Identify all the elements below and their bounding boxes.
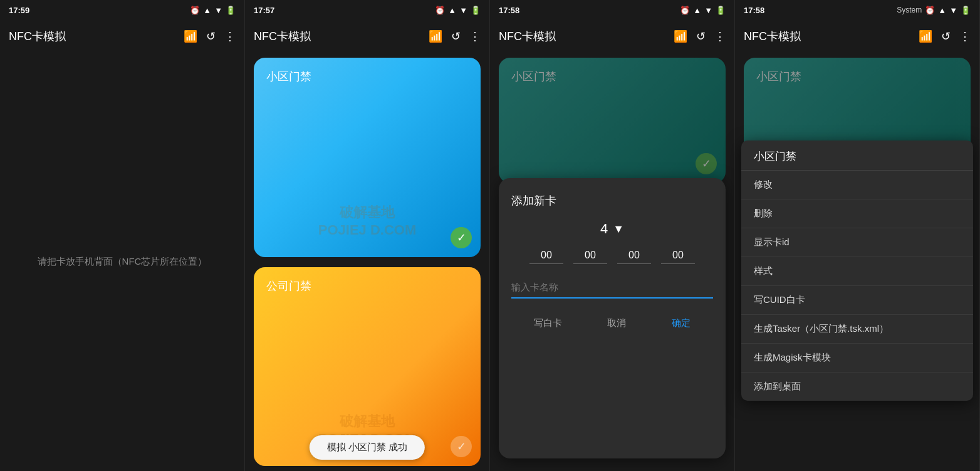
panel-4: 17:58 System ⏰ ▲ ▼ 🔋 NFC卡模拟 📶 ↺ ⋮ 小区门禁 小… bbox=[735, 0, 980, 471]
app-bar-1: NFC卡模拟 📶 ↺ ⋮ bbox=[0, 20, 244, 53]
refresh-icon-2[interactable]: ↺ bbox=[451, 29, 461, 43]
empty-text: 请把卡放手机背面（NFC芯片所在位置） bbox=[38, 256, 207, 268]
alarm-icon-3: ⏰ bbox=[680, 6, 690, 15]
system-label: System bbox=[897, 6, 922, 14]
refresh-icon-4[interactable]: ↺ bbox=[941, 29, 951, 43]
menu-item-gen-magisk[interactable]: 生成Magisk卡模块 bbox=[741, 344, 973, 373]
uid-field-2[interactable] bbox=[573, 247, 607, 264]
refresh-icon-1[interactable]: ↺ bbox=[206, 29, 216, 43]
nfc-icon-3[interactable]: 📶 bbox=[674, 29, 687, 43]
wifi-icon: ▼ bbox=[214, 6, 222, 15]
status-time-4: 17:58 bbox=[744, 6, 764, 15]
menu-item-write-cuid[interactable]: 写CUID白卡 bbox=[741, 286, 973, 315]
battery-icon-4: 🔋 bbox=[961, 6, 971, 15]
more-icon-3[interactable]: ⋮ bbox=[714, 29, 726, 43]
signal-icon: ▲ bbox=[203, 6, 211, 15]
signal-icon-3: ▲ bbox=[693, 6, 701, 15]
card-check-1: ✓ bbox=[451, 227, 472, 248]
panel3-card-check: ✓ bbox=[696, 153, 717, 174]
uid-field-3[interactable] bbox=[617, 247, 651, 264]
card-check-2: ✓ bbox=[451, 436, 472, 457]
status-icons-1: ⏰ ▲ ▼ 🔋 bbox=[190, 6, 236, 15]
refresh-icon-3[interactable]: ↺ bbox=[696, 29, 706, 43]
app-bar-actions-2: 📶 ↺ ⋮ bbox=[429, 29, 481, 43]
menu-item-show-id[interactable]: 显示卡id bbox=[741, 228, 973, 257]
status-time-3: 17:58 bbox=[499, 6, 519, 15]
battery-icon-3: 🔋 bbox=[716, 6, 726, 15]
context-menu-header: 小区门禁 bbox=[741, 140, 973, 171]
status-time-1: 17:59 bbox=[9, 6, 29, 15]
more-icon-4[interactable]: ⋮ bbox=[959, 29, 971, 43]
uid-row bbox=[511, 247, 713, 264]
menu-item-add-desktop[interactable]: 添加到桌面 bbox=[741, 373, 973, 401]
watermark-1: 破解基地POJIEJ D.COM bbox=[318, 203, 416, 238]
card-title-2: 公司门禁 bbox=[266, 278, 311, 294]
panel-1: 17:59 ⏰ ▲ ▼ 🔋 NFC卡模拟 📶 ↺ ⋮ 请把卡放手机背面（NFC芯… bbox=[0, 0, 245, 471]
status-bar-2: 17:57 ⏰ ▲ ▼ 🔋 bbox=[245, 0, 489, 20]
alarm-icon-4: ⏰ bbox=[925, 6, 935, 15]
menu-item-style[interactable]: 样式 bbox=[741, 257, 973, 286]
wifi-icon-4: ▼ bbox=[949, 6, 957, 15]
app-bar-2: NFC卡模拟 📶 ↺ ⋮ bbox=[245, 20, 489, 53]
app-bar-actions-3: 📶 ↺ ⋮ bbox=[674, 29, 726, 43]
panel4-card-title: 小区门禁 bbox=[756, 69, 801, 84]
card-list: 小区门禁 破解基地POJIEJ D.COM ✓ 公司门禁 破解基地POJIEJ … bbox=[245, 53, 489, 471]
status-bar-4: 17:58 System ⏰ ▲ ▼ 🔋 bbox=[735, 0, 979, 20]
card-name-input[interactable] bbox=[511, 277, 713, 299]
card-title-1: 小区门禁 bbox=[266, 69, 311, 84]
alarm-icon-2: ⏰ bbox=[435, 6, 445, 15]
battery-icon: 🔋 bbox=[226, 6, 236, 15]
dialog-actions: 写白卡 取消 确定 bbox=[511, 314, 713, 333]
digit-selector: 4 ▼ bbox=[511, 221, 713, 237]
nfc-icon-2[interactable]: 📶 bbox=[429, 29, 442, 43]
digit-dropdown-icon[interactable]: ▼ bbox=[613, 223, 624, 236]
uid-field-4[interactable] bbox=[661, 247, 695, 264]
panel-2: 17:57 ⏰ ▲ ▼ 🔋 NFC卡模拟 📶 ↺ ⋮ 小区门禁 破解基地POJI… bbox=[245, 0, 490, 471]
panel3-main-card: 小区门禁 ✓ bbox=[499, 58, 726, 183]
app-title-3: NFC卡模拟 bbox=[499, 29, 674, 44]
write-white-card-button[interactable]: 写白卡 bbox=[526, 314, 570, 333]
status-bar-1: 17:59 ⏰ ▲ ▼ 🔋 bbox=[0, 0, 244, 20]
signal-icon-4: ▲ bbox=[938, 6, 946, 15]
alarm-icon: ⏰ bbox=[190, 6, 200, 15]
more-icon-2[interactable]: ⋮ bbox=[469, 29, 481, 43]
nfc-icon-4[interactable]: 📶 bbox=[919, 29, 932, 43]
menu-item-edit[interactable]: 修改 bbox=[741, 171, 973, 199]
app-title-2: NFC卡模拟 bbox=[254, 29, 429, 44]
panel4-content: 小区门禁 小区门禁 修改 删除 显示卡id 样式 写CUID白卡 生成Taske… bbox=[735, 53, 979, 471]
toast-text: 模拟 小区门禁 成功 bbox=[327, 442, 407, 452]
app-bar-actions-1: 📶 ↺ ⋮ bbox=[184, 29, 236, 43]
status-time-2: 17:57 bbox=[254, 6, 274, 15]
app-bar-4: NFC卡模拟 📶 ↺ ⋮ bbox=[735, 20, 979, 53]
panel3-card-title: 小区门禁 bbox=[511, 69, 556, 84]
empty-state: 请把卡放手机背面（NFC芯片所在位置） bbox=[0, 53, 244, 471]
app-title-4: NFC卡模拟 bbox=[744, 29, 919, 44]
add-card-dialog: 添加新卡 4 ▼ 写白卡 取消 确定 bbox=[499, 178, 726, 458]
nfc-icon-1[interactable]: 📶 bbox=[184, 29, 197, 43]
app-title-1: NFC卡模拟 bbox=[9, 29, 184, 44]
panel3-cards: 小区门禁 ✓ 添加新卡 4 ▼ 写白卡 取消 确定 bbox=[490, 53, 734, 471]
cancel-button[interactable]: 取消 bbox=[600, 314, 633, 333]
dialog-title: 添加新卡 bbox=[511, 193, 713, 208]
app-bar-3: NFC卡模拟 📶 ↺ ⋮ bbox=[490, 20, 734, 53]
uid-field-1[interactable] bbox=[529, 247, 563, 264]
menu-item-gen-tasker[interactable]: 生成Tasker（小区门禁.tsk.xml） bbox=[741, 315, 973, 344]
app-bar-actions-4: 📶 ↺ ⋮ bbox=[919, 29, 971, 43]
status-icons-4: System ⏰ ▲ ▼ 🔋 bbox=[897, 6, 971, 15]
status-icons-3: ⏰ ▲ ▼ 🔋 bbox=[680, 6, 726, 15]
toast: 模拟 小区门禁 成功 bbox=[310, 435, 425, 460]
confirm-button[interactable]: 确定 bbox=[664, 314, 698, 333]
nfc-card-cyan[interactable]: 小区门禁 破解基地POJIEJ D.COM ✓ bbox=[254, 58, 481, 257]
battery-icon-2: 🔋 bbox=[471, 6, 481, 15]
more-icon-1[interactable]: ⋮ bbox=[224, 29, 236, 43]
panel-3: 17:58 ⏰ ▲ ▼ 🔋 NFC卡模拟 📶 ↺ ⋮ 小区门禁 ✓ 添加新卡 4… bbox=[490, 0, 735, 471]
wifi-icon-3: ▼ bbox=[704, 6, 712, 15]
status-bar-3: 17:58 ⏰ ▲ ▼ 🔋 bbox=[490, 0, 734, 20]
status-icons-2: ⏰ ▲ ▼ 🔋 bbox=[435, 6, 481, 15]
signal-icon-2: ▲ bbox=[448, 6, 456, 15]
wifi-icon-2: ▼ bbox=[459, 6, 467, 15]
menu-item-delete[interactable]: 删除 bbox=[741, 199, 973, 228]
context-menu: 小区门禁 修改 删除 显示卡id 样式 写CUID白卡 生成Tasker（小区门… bbox=[741, 140, 973, 401]
digit-value: 4 bbox=[600, 221, 608, 237]
